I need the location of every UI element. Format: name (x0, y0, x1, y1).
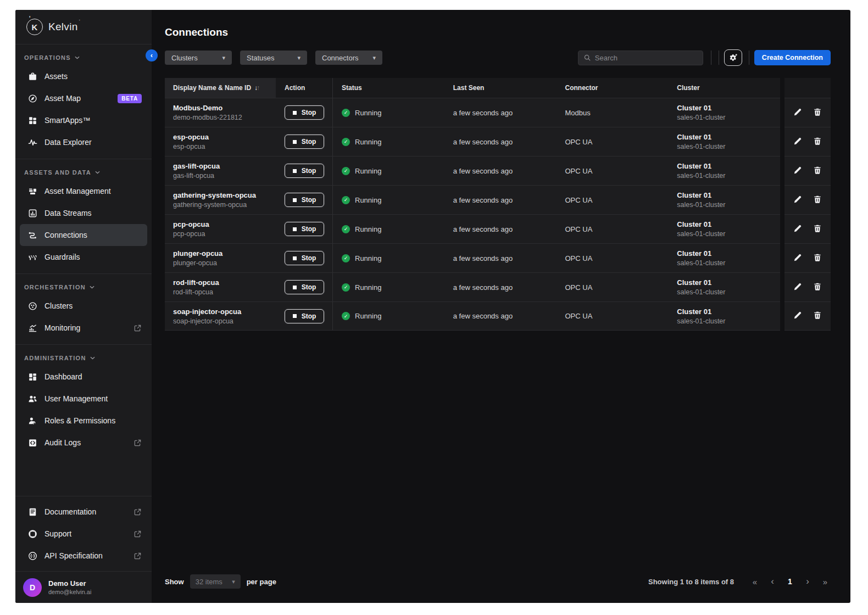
last-seen-text: a few seconds ago (444, 156, 557, 185)
table-row: gathering-system-opcua gathering-system-… (165, 185, 780, 214)
support-icon (27, 529, 37, 539)
last-seen-text: a few seconds ago (444, 215, 557, 243)
cluster-id: sales-01-cluster (677, 172, 725, 180)
last-page-icon[interactable] (820, 576, 831, 587)
cluster-id: sales-01-cluster (677, 317, 725, 325)
sidebar-collapse-button[interactable]: ‹ (146, 49, 158, 62)
stop-button[interactable]: Stop (285, 309, 324, 323)
current-page-button[interactable]: 1 (784, 576, 795, 587)
data-streams-icon (27, 208, 37, 218)
edit-button[interactable] (792, 253, 803, 264)
edit-button[interactable] (792, 311, 803, 322)
stop-button[interactable]: Stop (285, 251, 324, 265)
sidebar-item-documentation[interactable]: Documentation (20, 501, 147, 523)
edit-button[interactable] (792, 223, 803, 234)
delete-button[interactable] (812, 253, 823, 264)
kelvin-logo: K Kelvin (15, 10, 152, 44)
sidebar-item-connections[interactable]: Connections (20, 224, 147, 246)
sidebar-item-clusters[interactable]: Clusters (20, 295, 147, 317)
sidebar-item-guardrails[interactable]: Guardrails (20, 246, 147, 268)
connector-text: OPC UA (557, 302, 669, 330)
page-size-select[interactable]: 32 items (190, 574, 241, 589)
delete-button[interactable] (812, 311, 823, 322)
column-header-display-name[interactable]: Display Name & Name ID ↓↑ (165, 78, 276, 98)
delete-button[interactable] (812, 282, 823, 293)
edit-button[interactable] (792, 165, 803, 176)
running-status-icon (342, 109, 350, 117)
statuses-filter-dropdown[interactable]: Statuses (240, 51, 307, 65)
trash-icon (813, 166, 822, 175)
pencil-icon (793, 108, 802, 116)
edit-button[interactable] (792, 282, 803, 293)
pencil-icon (793, 195, 802, 204)
last-seen-text: a few seconds ago (444, 273, 557, 301)
edit-button[interactable] (792, 107, 803, 118)
next-page-icon[interactable] (802, 576, 813, 587)
edit-button[interactable] (792, 136, 803, 147)
row-actions (784, 185, 831, 214)
beta-badge: BETA (118, 94, 142, 103)
delete-button[interactable] (812, 165, 823, 176)
table-settings-button[interactable] (724, 49, 742, 66)
sidebar-item-data-explorer[interactable]: Data Explorer (20, 131, 147, 153)
trash-icon (813, 195, 822, 204)
stop-button[interactable]: Stop (285, 280, 324, 294)
sidebar-item-smartapps[interactable]: SmartApps™ (20, 109, 147, 131)
stop-button[interactable]: Stop (285, 135, 324, 149)
sidebar-item-user-management[interactable]: User Management (20, 388, 147, 410)
stop-button[interactable]: Stop (285, 193, 324, 207)
delete-button[interactable] (812, 107, 823, 118)
status-text: Running (355, 254, 381, 262)
stop-button[interactable]: Stop (285, 222, 324, 236)
connectors-filter-dropdown[interactable]: Connectors (315, 51, 382, 65)
row-actions (784, 214, 831, 243)
edit-button[interactable] (792, 194, 803, 205)
sidebar-item-dashboard[interactable]: Dashboard (20, 366, 147, 388)
connection-display-name: gathering-system-opcua (173, 191, 256, 199)
sidebar-item-support[interactable]: Support (20, 523, 147, 545)
row-actions-column (784, 78, 831, 331)
running-status-icon (342, 254, 350, 262)
create-connection-button[interactable]: Create Connection (754, 50, 831, 65)
clusters-filter-dropdown[interactable]: Clusters (165, 51, 232, 65)
sidebar-item-monitoring[interactable]: Monitoring (20, 317, 147, 339)
sidebar-item-assets[interactable]: Assets (20, 65, 147, 87)
user-menu[interactable]: D Demo User demo@kelvin.ai (15, 571, 152, 603)
first-page-icon[interactable] (749, 576, 760, 587)
pencil-icon (793, 137, 802, 146)
connection-name-id: plunger-opcua (173, 259, 217, 267)
pagination-footer: Show 32 items per page Showing 1 to 8 it… (165, 568, 831, 603)
delete-button[interactable] (812, 136, 823, 147)
sidebar-item-roles-permissions[interactable]: Roles & Permissions (20, 410, 147, 432)
sidebar-section-header[interactable]: ORCHESTRATION (15, 277, 152, 295)
row-actions (784, 301, 831, 331)
sidebar-item-api-specification[interactable]: API Specification (20, 545, 147, 567)
running-status-icon (342, 138, 350, 146)
sidebar-section-header[interactable]: ADMINISTRATION (15, 348, 152, 366)
actions-header-cell (784, 78, 831, 98)
row-actions (784, 98, 831, 127)
delete-button[interactable] (812, 223, 823, 234)
sidebar-item-asset-management[interactable]: Asset Management (20, 180, 147, 202)
sidebar-item-asset-map[interactable]: Asset Map BETA (20, 87, 147, 109)
previous-page-icon[interactable] (767, 576, 778, 587)
running-status-icon (342, 196, 350, 204)
sidebar-item-data-streams[interactable]: Data Streams (20, 202, 147, 224)
connection-name-id: esp-opcua (173, 143, 205, 150)
search-input[interactable] (595, 54, 698, 62)
delete-button[interactable] (812, 194, 823, 205)
connections-table: Display Name & Name ID ↓↑ Action Status … (165, 78, 831, 331)
kelvin-logo-text: Kelvin (48, 21, 78, 33)
stop-icon (293, 227, 297, 231)
status-text: Running (355, 283, 381, 292)
sidebar-nav: OPERATIONS Assets Asset Map BETA SmartAp… (15, 44, 152, 496)
cluster-name: Cluster 01 (677, 133, 711, 141)
sidebar-item-audit-logs[interactable]: Audit Logs (20, 432, 147, 454)
stop-icon (293, 140, 297, 144)
stop-button[interactable]: Stop (285, 105, 324, 120)
sidebar-section-header[interactable]: OPERATIONS (15, 48, 152, 65)
stop-button[interactable]: Stop (285, 164, 324, 178)
sidebar-section-header[interactable]: ASSETS AND DATA (15, 163, 152, 180)
chevron-down-icon (90, 356, 95, 360)
connection-name-id: rod-lift-opcua (173, 288, 213, 296)
